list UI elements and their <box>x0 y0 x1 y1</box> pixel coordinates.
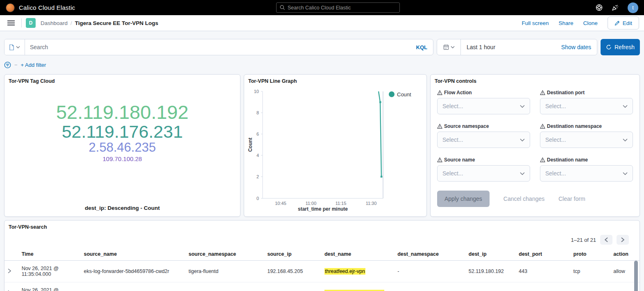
tag-cloud-item[interactable]: 2.58.46.235 <box>5 141 240 154</box>
add-filter-button[interactable]: + Add filter <box>21 62 46 68</box>
full-screen-button[interactable]: Full screen <box>522 20 549 26</box>
cell-dest-namespace: - <box>395 261 466 282</box>
share-button[interactable]: Share <box>558 20 573 26</box>
help-icon[interactable] <box>596 4 603 11</box>
source-name-select[interactable]: Select... <box>437 165 530 182</box>
user-avatar[interactable]: t <box>628 2 638 13</box>
search-results-table: Time source_name source_namespace source… <box>5 248 639 291</box>
filter-menu-icon[interactable] <box>4 61 11 68</box>
column-header[interactable]: dest_name <box>322 248 395 261</box>
top-right-icons: t <box>596 2 638 13</box>
table-row: Nov 26, 2021 @ 11:35:04.000 netshoot dev… <box>5 282 639 291</box>
newsfeed-icon[interactable] <box>612 4 619 11</box>
time-range-value[interactable]: Last 1 hour <box>461 44 556 50</box>
tag-cloud-item[interactable]: 52.119.180.192 <box>5 102 240 123</box>
expand-column-header <box>5 248 19 261</box>
chevron-down-icon <box>623 105 628 108</box>
destination-namespace-field: Destination namespace Select... <box>540 123 633 148</box>
query-bar: KQL Last 1 hour Show dates <box>4 39 640 55</box>
column-header[interactable]: source_name <box>82 248 186 261</box>
dashboard-nav-bar: D Dashboard / Tigera Secure EE Tor-VPN L… <box>0 15 644 31</box>
svg-text:11:30: 11:30 <box>366 201 377 206</box>
kql-search-box: KQL <box>4 39 433 55</box>
query-search-input[interactable] <box>25 44 410 50</box>
flow-action-field: Flow Action Select... <box>437 90 530 114</box>
table-header-row: Time source_name source_namespace source… <box>5 248 639 261</box>
tag-cloud-panel-title: Tor-VPN Tag Cloud <box>5 75 240 86</box>
chevron-down-icon <box>520 172 525 175</box>
global-search-input[interactable] <box>288 5 396 11</box>
cell-source-ip: 192.168.52.200 <box>265 282 322 291</box>
pagination-prev-icon[interactable] <box>600 235 612 245</box>
cell-time: Nov 26, 2021 @ 11:35:04.000 <box>19 261 82 282</box>
edit-button[interactable]: Edit <box>608 16 639 30</box>
cancel-changes-button[interactable]: Cancel changes <box>503 196 544 202</box>
x-axis-title: start_time per minute <box>298 206 348 212</box>
column-header[interactable]: dest_ip <box>466 248 516 261</box>
breadcrumb: Dashboard / Tigera Secure EE Tor-VPN Log… <box>41 20 158 26</box>
line-chart: 10 8 6 4 2 0 10:45 11:00 11:15 11:30 <box>244 86 426 212</box>
show-dates-button[interactable]: Show dates <box>556 44 597 50</box>
clone-button[interactable]: Clone <box>583 20 597 26</box>
destination-name-field: Destination name Select... <box>540 157 633 182</box>
svg-text:2: 2 <box>256 174 259 179</box>
legend[interactable]: Count <box>389 91 411 98</box>
count-line-series[interactable] <box>379 91 381 177</box>
column-header[interactable]: source_ip <box>265 248 322 261</box>
legend-swatch <box>389 91 395 97</box>
pagination-next-icon[interactable] <box>617 235 629 245</box>
column-header[interactable]: dest_port <box>516 248 571 261</box>
clear-form-button[interactable]: Clear form <box>558 196 585 202</box>
highlighted-value: threatfeed.ejr-vpn <box>324 268 365 275</box>
tag-cloud-item[interactable]: 52.119.176.231 <box>5 123 240 141</box>
destination-namespace-select[interactable]: Select... <box>540 132 633 148</box>
cell-source-name: eks-log-forwarder-5bd4659786-cwd2r <box>82 261 186 282</box>
column-header[interactable]: action <box>611 248 639 261</box>
warning-icon <box>437 90 442 95</box>
breadcrumb-dashboard[interactable]: Dashboard <box>41 20 68 26</box>
apply-changes-button[interactable]: Apply changes <box>437 191 490 207</box>
cell-time: Nov 26, 2021 @ 11:35:04.000 <box>19 282 82 291</box>
global-search[interactable] <box>276 2 400 13</box>
calico-logo-icon <box>6 3 15 12</box>
column-header[interactable]: proto <box>571 248 611 261</box>
svg-text:0: 0 <box>256 196 259 201</box>
destination-port-select[interactable]: Select... <box>540 98 633 114</box>
source-namespace-select[interactable]: Select... <box>437 132 530 148</box>
destination-name-select[interactable]: Select... <box>540 165 633 182</box>
field-label-text: Destination name <box>547 157 588 163</box>
svg-text:11:15: 11:15 <box>336 201 347 206</box>
line-graph-panel-title: Tor-VPN Line Graph <box>244 75 426 86</box>
flow-action-select[interactable]: Select... <box>437 98 530 114</box>
controls-panel: Tor-VPN controls Flow Action <box>430 74 640 217</box>
y-axis-title: Count <box>247 138 253 152</box>
column-header[interactable]: Time <box>19 248 82 261</box>
edit-button-label: Edit <box>623 20 632 26</box>
refresh-button[interactable]: Refresh <box>601 39 640 55</box>
data-point[interactable] <box>379 101 381 103</box>
saved-query-menu-button[interactable] <box>5 39 25 55</box>
dashboard-content: KQL Last 1 hour Show dates <box>0 31 644 291</box>
calendar-menu-button[interactable] <box>437 39 461 55</box>
row-expand-icon[interactable] <box>7 268 12 273</box>
field-label-text: Flow Action <box>444 90 472 95</box>
column-header[interactable]: dest_namespace <box>395 248 466 261</box>
cell-dest-name: threatfeed.tor-bulk-exit-list <box>322 282 395 291</box>
cell-source-namespace: dev <box>186 282 265 291</box>
data-point[interactable] <box>381 176 383 178</box>
dashboard-badge[interactable]: D <box>26 18 36 28</box>
cell-dest-port: - <box>516 282 571 291</box>
column-header[interactable]: source_namespace <box>186 248 265 261</box>
kql-language-button[interactable]: KQL <box>410 44 433 50</box>
tag-cloud: 52.119.180.192 52.119.176.231 2.58.46.23… <box>5 102 240 162</box>
menu-icon[interactable] <box>5 18 17 27</box>
tag-cloud-item[interactable]: 109.70.100.28 <box>5 156 240 162</box>
warning-icon <box>540 157 545 162</box>
cell-dest-namespace: - <box>395 282 466 291</box>
vertical-scrollbar[interactable] <box>634 261 638 291</box>
x-axis-ticks: 10:45 11:00 11:15 11:30 <box>275 201 376 206</box>
warning-icon <box>540 124 545 129</box>
cell-dest-name: threatfeed.ejr-vpn <box>322 261 395 282</box>
table-pagination: 1–21 of 21 <box>5 232 639 248</box>
refresh-icon <box>606 44 612 50</box>
